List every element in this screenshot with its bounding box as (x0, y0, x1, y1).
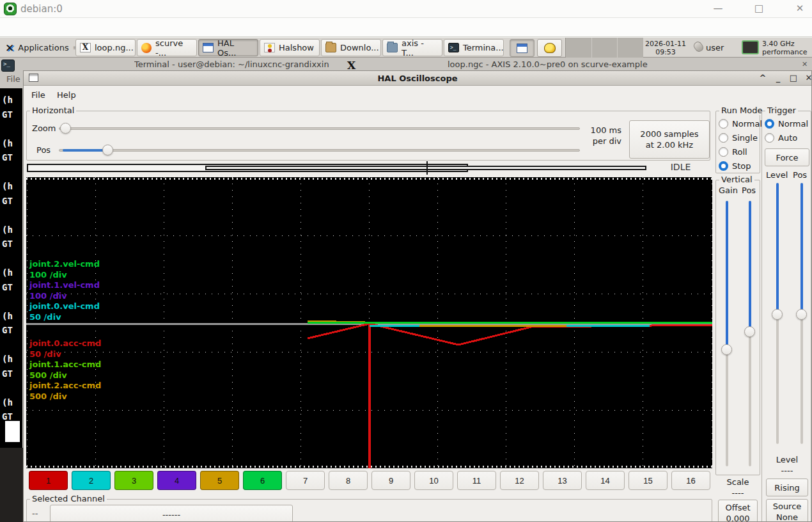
clock[interactable]: 2026-01-11 09:53 (642, 40, 689, 56)
channel-button-10[interactable]: 10 (414, 471, 453, 490)
taskbar-task-halshow[interactable]: Halshow (260, 39, 320, 56)
zoom-slider[interactable] (59, 123, 580, 134)
selected-channel-label: Selected Channel (30, 494, 107, 503)
channel-button-16[interactable]: 16 (671, 471, 710, 490)
channel-button-7[interactable]: 7 (286, 471, 325, 490)
taskbar-spacer (565, 38, 643, 58)
channel-button-3[interactable]: 3 (114, 471, 153, 490)
scale-label: Scale (715, 477, 760, 487)
trigger-source-button[interactable]: Source None (766, 499, 808, 522)
run-mode-group: Run Mode Normal Single Roll Stop (715, 111, 760, 173)
channel-button-6[interactable]: 6 (243, 471, 282, 490)
channel-button-11[interactable]: 11 (457, 471, 496, 490)
scope-display: joint.2.vel-cmd 100 /div joint.1.vel-cmd… (26, 177, 712, 468)
window-icon (29, 74, 38, 82)
vertical-pos-slider[interactable] (744, 201, 756, 466)
trigger-level-slider[interactable] (772, 183, 783, 444)
run-mode-label: Run Mode (719, 106, 764, 115)
terminal-cursor (5, 421, 20, 442)
samples-button[interactable]: 2000 samples at 2.00 kHz (629, 120, 710, 159)
channel-scale: 100 /div (29, 291, 67, 301)
channel-button-8[interactable]: 8 (329, 471, 368, 490)
terminal-icon: >_ (448, 43, 459, 52)
force-button[interactable]: Force (765, 148, 809, 166)
maximize-button[interactable]: □ (787, 73, 800, 83)
zoom-slider-handle[interactable] (60, 123, 71, 134)
channel-button-2[interactable]: 2 (72, 471, 111, 490)
cpu-governor[interactable]: 3.40 GHz performance (762, 40, 812, 56)
run-mode-stop-radio[interactable]: Stop (719, 161, 751, 171)
trigger-edge-button[interactable]: Rising (766, 478, 808, 496)
window-titlebar[interactable]: HAL Oscilloscope ^ _ □ ✕ (24, 71, 811, 86)
minimize-button[interactable]: _ (772, 73, 785, 83)
menu-file[interactable]: File (27, 89, 49, 101)
shade-button[interactable]: ^ (756, 73, 769, 83)
trigger-pos-slider[interactable] (796, 183, 808, 444)
trigger-auto-radio[interactable]: Auto (765, 133, 797, 143)
channel-button-13[interactable]: 13 (543, 471, 582, 490)
channel-button-12[interactable]: 12 (500, 471, 539, 490)
selected-channel-source-button[interactable]: ------ (50, 505, 293, 522)
applications-menu-button[interactable]: ✕ Applications ≡ (1, 39, 82, 56)
selected-channel-group: Selected Channel -- ------ (26, 499, 712, 522)
menu-help[interactable]: Help (53, 89, 80, 101)
trigger-level-slider-handle[interactable] (772, 309, 783, 320)
run-mode-single-radio[interactable]: Single (719, 133, 758, 143)
show-desktop-button[interactable] (510, 39, 535, 57)
run-mode-normal-radio[interactable]: Normal (719, 119, 762, 129)
gain-slider-handle[interactable] (721, 344, 732, 355)
channel-button-5[interactable]: 5 (200, 471, 239, 490)
vnc-maximize-button[interactable]: □ (752, 3, 766, 14)
taskbar-task-axis[interactable]: axis - T... (382, 39, 442, 56)
tray-linuxcnc-button[interactable] (537, 39, 562, 57)
axis-window-title: loop.ngc - AXIS 2.10.0~pre0 on scurve-ex… (448, 59, 665, 70)
horizontal-group-label: Horizontal (30, 106, 76, 115)
channel-button-15[interactable]: 15 (629, 471, 668, 490)
downloads-folder-icon (325, 43, 336, 52)
pos-label: Pos (36, 145, 51, 155)
axis-x-logo-icon: X (347, 59, 355, 72)
taskbar-task-scurve[interactable]: scurve -... (137, 39, 197, 56)
channel-button-1[interactable]: 1 (29, 471, 68, 490)
run-mode-roll-radio[interactable]: Roll (719, 147, 747, 157)
taskbar-task-terminal[interactable]: >_ Termina... (444, 39, 504, 56)
screen: debian:0 — □ ✕ ⚙ ↻ a i ✕ 192.168.0.222:5… (0, 0, 812, 522)
background-dark-area (0, 448, 23, 522)
trigger-normal-radio[interactable]: Normal (765, 119, 808, 129)
gain-slider[interactable] (721, 201, 733, 466)
close-button[interactable]: ✕ (802, 73, 812, 83)
record-view-bar (205, 166, 646, 170)
mouse-icon (692, 40, 705, 54)
channel-button-4[interactable]: 4 (157, 471, 196, 490)
xfce-logo-icon: ✕ (5, 42, 14, 54)
trigger-group-label: Trigger (765, 106, 798, 115)
monitor-icon (742, 40, 759, 54)
channel-label: joint.2.vel-cmd (29, 259, 100, 269)
vertical-pos-slider-handle[interactable] (744, 326, 755, 337)
trigger-position-marker (426, 161, 428, 175)
x-editor-icon: X (80, 43, 91, 52)
window-icon (203, 43, 214, 52)
trigger-level-label: Level (766, 170, 788, 180)
trigger-group: Trigger Normal Auto Force Level Pos Leve… (761, 111, 811, 522)
user-label: user (706, 43, 724, 52)
taskbar-task-hal-oscilloscope[interactable]: HAL Os... (198, 39, 258, 56)
taskbar-task-loop-ngc[interactable]: X loop.ng... (75, 39, 136, 56)
trace-joint.0.acc-cmd (308, 324, 712, 345)
channel-label: joint.1.vel-cmd (29, 280, 100, 290)
channel-button-14[interactable]: 14 (586, 471, 625, 490)
vnc-minimize-button[interactable]: — (711, 3, 725, 14)
channel-scale: 500 /div (29, 391, 67, 401)
pos-slider[interactable] (59, 145, 580, 156)
firefox-icon (141, 43, 152, 53)
taskbar-task-downloads[interactable]: Downlo... (321, 39, 381, 56)
pos-slider-handle[interactable] (102, 145, 113, 155)
folder-icon (387, 43, 398, 52)
horizontal-group: Horizontal Zoom Pos 100 ms per div 2000 … (26, 111, 710, 161)
vnc-close-button[interactable]: ✕ (793, 3, 807, 14)
taskbar: ✕ Applications ≡ X loop.ng... scurve -..… (0, 37, 812, 58)
offset-button[interactable]: Offset 0.000 (718, 500, 758, 522)
trigger-pos-slider-handle[interactable] (796, 309, 807, 320)
channel-scale: 500 /div (29, 370, 67, 380)
channel-button-9[interactable]: 9 (371, 471, 410, 490)
